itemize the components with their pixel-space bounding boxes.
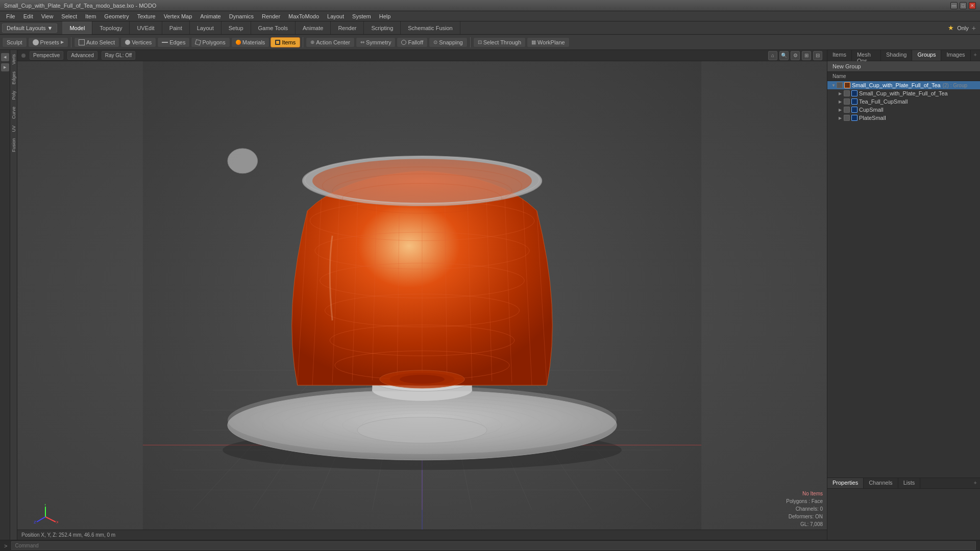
menu-help[interactable]: Help: [375, 12, 395, 20]
main-tab-uvedit[interactable]: UVEdit: [130, 21, 162, 34]
menu-maxtomodo[interactable]: MaxToModo: [284, 12, 323, 20]
select-through-button[interactable]: ⊡ Select Through: [473, 37, 526, 47]
viewport-home-button[interactable]: ⌂: [768, 51, 777, 60]
default-layouts-label[interactable]: Default Layouts ▼: [2, 23, 57, 33]
main-tab-scripting[interactable]: Scripting: [364, 21, 401, 34]
left-panel-top-icon[interactable]: ◀: [1, 53, 9, 61]
viewport[interactable]: Perspective Advanced Ray GL: Off ⌂ 🔍 ⚙ ⊞…: [17, 50, 827, 540]
right-tab-groups[interactable]: Groups: [912, 50, 941, 61]
presets-button[interactable]: Presets ▶: [28, 37, 68, 47]
right-tab-add[interactable]: +: [971, 50, 980, 61]
raygl-button[interactable]: Ray GL: Off: [102, 51, 136, 60]
vtab-edges[interactable]: Edges: [10, 68, 17, 88]
tree-item[interactable]: ▶Small_Cup_with_Plate_Full_of_Tea: [827, 89, 980, 97]
edges-button[interactable]: Edges: [157, 37, 190, 47]
vtab-verts[interactable]: Verts: [10, 51, 17, 68]
toolbar: Sculpt Presets ▶ Auto Select Vertices Ed…: [0, 35, 980, 50]
tree-item[interactable]: ▼Small_Cup_with_Plate_Full_of_Tea(2) : G…: [827, 81, 980, 89]
menu-texture[interactable]: Texture: [133, 12, 160, 20]
visibility-toggle[interactable]: [844, 107, 850, 113]
menu-dynamics[interactable]: Dynamics: [225, 12, 258, 20]
left-panel-icon-2[interactable]: ▶: [1, 63, 9, 71]
menu-render[interactable]: Render: [258, 12, 284, 20]
svg-line-66: [37, 517, 45, 522]
maximize-button[interactable]: □: [960, 2, 967, 9]
main-tab-animate[interactable]: Animate: [296, 21, 331, 34]
tree-item[interactable]: ▶PlateSmall: [827, 114, 980, 122]
menu-system[interactable]: System: [348, 12, 375, 20]
main-tab-layout[interactable]: Layout: [190, 21, 222, 34]
tree-arrow-icon[interactable]: ▶: [839, 108, 844, 112]
scene-svg: [17, 61, 827, 540]
menu-animate[interactable]: Animate: [196, 12, 225, 20]
right-panel: ItemsMesh OpsShadingGroupsImages+ New Gr…: [827, 50, 980, 540]
menu-select[interactable]: Select: [57, 12, 81, 20]
prop-tab-add[interactable]: +: [971, 478, 980, 488]
tree-arrow-icon[interactable]: ▶: [839, 91, 844, 96]
main-tab-model[interactable]: Model: [62, 21, 92, 34]
workplane-button[interactable]: ▦ WorkPlane: [527, 37, 570, 47]
main-tab-topology[interactable]: Topology: [92, 21, 130, 34]
vertices-button[interactable]: Vertices: [120, 37, 156, 47]
vtab-uv[interactable]: UV: [10, 122, 17, 135]
visibility-toggle[interactable]: [844, 115, 850, 121]
main-tab-paint[interactable]: Paint: [162, 21, 190, 34]
main-tab-schematic-fusion[interactable]: Schematic Fusion: [401, 21, 460, 34]
materials-button[interactable]: Materials: [231, 37, 270, 47]
auto-select-button[interactable]: Auto Select: [74, 37, 119, 47]
tree-arrow-icon[interactable]: ▶: [839, 99, 844, 104]
menu-geometry[interactable]: Geometry: [100, 12, 133, 20]
perspective-button[interactable]: Perspective: [30, 51, 63, 60]
visibility-toggle[interactable]: [837, 82, 843, 88]
tree-arrow-icon[interactable]: ▶: [839, 116, 844, 120]
items-button[interactable]: Items: [271, 37, 300, 47]
main-tab-render[interactable]: Render: [331, 21, 364, 34]
falloff-button[interactable]: Falloff: [397, 37, 428, 47]
menu-layout[interactable]: Layout: [323, 12, 348, 20]
polygons-button[interactable]: Polygons: [191, 37, 230, 47]
mesh-icon: [851, 98, 857, 105]
close-button[interactable]: ✕: [969, 2, 976, 9]
tree-arrow-icon[interactable]: ▼: [831, 83, 837, 88]
menu-vertex map[interactable]: Vertex Map: [160, 12, 197, 20]
toolbar-separator-2: [303, 37, 303, 47]
right-tab-items[interactable]: Items: [827, 50, 852, 61]
vtab-curves[interactable]: Curve: [10, 104, 17, 122]
vtab-polygons[interactable]: Poly: [10, 88, 17, 103]
right-tab-shading[interactable]: Shading: [881, 50, 912, 61]
prop-tab-channels[interactable]: Channels: [864, 478, 898, 488]
viewport-expand-button[interactable]: ⊞: [802, 51, 811, 60]
tree-item[interactable]: ▶Tea_Full_CupSmall: [827, 97, 980, 106]
visibility-toggle[interactable]: [844, 98, 850, 105]
menu-item[interactable]: Item: [81, 12, 100, 20]
command-input[interactable]: [11, 541, 976, 550]
vtab-fusion[interactable]: Fusion: [10, 135, 17, 155]
svg-text:Y: Y: [44, 504, 47, 507]
action-center-button[interactable]: ⊕ Action Center: [306, 37, 355, 47]
viewport-collapse-button[interactable]: ⊟: [813, 51, 822, 60]
new-group-button[interactable]: New Group: [827, 61, 980, 72]
snapping-button[interactable]: ⊙ Snapping: [429, 37, 468, 47]
prop-tab-lists[interactable]: Lists: [898, 478, 921, 488]
groups-tree: ▼Small_Cup_with_Plate_Full_of_Tea(2) : G…: [827, 81, 980, 478]
menu-file[interactable]: File: [2, 12, 19, 20]
menu-view[interactable]: View: [37, 12, 58, 20]
visibility-toggle[interactable]: [844, 90, 850, 96]
viewport-zoom-button[interactable]: 🔍: [779, 51, 789, 60]
viewport-settings-button[interactable]: ⚙: [791, 51, 800, 60]
svg-point-62: [400, 375, 445, 384]
main-tab-setup[interactable]: Setup: [222, 21, 251, 34]
right-tab-images[interactable]: Images: [941, 50, 970, 61]
minimize-button[interactable]: —: [950, 2, 958, 9]
menu-edit[interactable]: Edit: [19, 12, 37, 20]
right-tab-mesh-ops[interactable]: Mesh Ops: [852, 50, 881, 61]
sculpt-button[interactable]: Sculpt: [2, 37, 27, 47]
edges-label: Edges: [169, 39, 185, 45]
tree-item[interactable]: ▶CupSmall: [827, 106, 980, 114]
prop-tab-properties[interactable]: Properties: [827, 478, 864, 488]
advanced-button[interactable]: Advanced: [67, 51, 97, 60]
main-tab-game-tools[interactable]: Game Tools: [251, 21, 296, 34]
prop-tab-right: +: [971, 478, 980, 488]
add-tab-button[interactable]: +: [972, 24, 976, 32]
symmetry-button[interactable]: ⇔ Symmetry: [356, 37, 396, 47]
